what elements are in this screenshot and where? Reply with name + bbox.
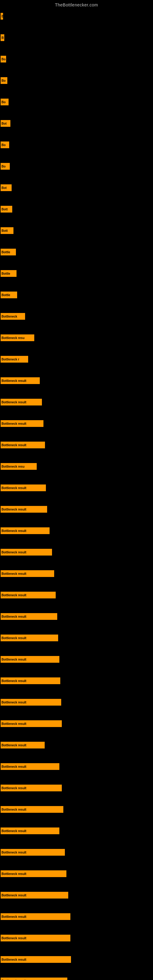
bar-label: Bottleneck result xyxy=(1,870,66,877)
bar-row: Bo xyxy=(0,76,153,85)
bar-row: Bo xyxy=(0,54,153,64)
bar-label: Bottleneck result xyxy=(1,570,54,577)
bar-row: B xyxy=(0,33,153,42)
bar-label: Bottleneck result xyxy=(1,849,65,856)
bar-label: Bottleneck result xyxy=(1,399,42,406)
bar-row: B xyxy=(0,12,153,21)
bar-label: Bot xyxy=(1,185,12,191)
bar-row: Bottle xyxy=(0,247,153,257)
bar-label: Bottleneck result xyxy=(1,377,40,384)
bar-label: B xyxy=(1,13,3,20)
bar-label: B xyxy=(1,34,4,41)
bar-row: Bottleneck result xyxy=(0,419,153,428)
bar-label: Bottleneck result xyxy=(1,506,47,513)
bar-row: Bottleneck resu xyxy=(0,333,153,342)
bar-row: Bottleneck r xyxy=(0,355,153,364)
bar-row: Bottle xyxy=(0,269,153,278)
bar-row: Bo xyxy=(0,162,153,171)
bar-row: Bottleneck resu xyxy=(0,462,153,471)
bar-row: Bottleneck result xyxy=(0,655,153,664)
bar-row: Bottleneck result xyxy=(0,976,153,980)
bar-label: Bottleneck result xyxy=(1,549,52,555)
bar-label: Bottleneck result xyxy=(1,892,68,899)
bar-row: Bo xyxy=(0,97,153,107)
bar-label: Bottleneck result xyxy=(1,784,62,791)
bar-row: Bot xyxy=(0,183,153,192)
bar-row: Bottleneck result xyxy=(0,547,153,557)
bar-row: Bottleneck result xyxy=(0,698,153,707)
bar-label: Bottleneck resu xyxy=(1,463,37,470)
bar-label: Bottleneck result xyxy=(1,613,57,620)
bar-row: Bottleneck result xyxy=(0,569,153,578)
bar-row: Bottleneck result xyxy=(0,483,153,492)
bar-label: Bottleneck r xyxy=(1,356,28,363)
bar-row: Bo xyxy=(0,140,153,150)
bar-label: Bo xyxy=(1,99,9,105)
bar-row: Bottleneck result xyxy=(0,934,153,943)
bar-row: Bottleneck result xyxy=(0,612,153,621)
bar-row: Bottleneck result xyxy=(0,505,153,514)
bar-label: Bottleneck result xyxy=(1,720,62,727)
bar-row: Bottleneck result xyxy=(0,869,153,878)
bar-row: Bottleneck result xyxy=(0,826,153,835)
bar-label: Bottleneck result xyxy=(1,763,59,770)
bar-row: Bottleneck result xyxy=(0,891,153,900)
bar-row: Bott xyxy=(0,226,153,235)
bar-label: Bo xyxy=(1,56,6,62)
bar-row: Bottleneck result xyxy=(0,805,153,814)
bar-label: Bottleneck result xyxy=(1,420,43,427)
bar-row: Bottleneck result xyxy=(0,590,153,600)
bar-row: Bot xyxy=(0,119,153,128)
bar-label: Bottle xyxy=(1,291,17,298)
bar-row: Bottleneck result xyxy=(0,955,153,964)
bar-label: Bott xyxy=(1,227,13,234)
bar-label: Bottleneck result xyxy=(1,485,46,491)
bar-label: Bottleneck result xyxy=(1,935,70,942)
bar-label: Bottleneck result xyxy=(1,978,67,980)
bar-row: Bottle xyxy=(0,290,153,299)
bar-label: Bottleneck result xyxy=(1,442,45,449)
bar-row: Bottleneck result xyxy=(0,633,153,643)
bar-label: Bottleneck result xyxy=(1,699,61,706)
bar-row: Bottleneck result xyxy=(0,848,153,857)
bar-label: Bottleneck result xyxy=(1,656,59,663)
bar-row: Bottleneck result xyxy=(0,719,153,728)
bar-label: Bottleneck resu xyxy=(1,334,34,341)
site-title: TheBottlenecker.com xyxy=(0,0,153,9)
bar-label: Bottle xyxy=(1,270,16,277)
bar-label: Bo xyxy=(1,142,9,148)
bar-row: Bottleneck result xyxy=(0,740,153,750)
bar-label: Bo xyxy=(1,163,10,170)
bar-label: Bottleneck result xyxy=(1,956,71,963)
bar-label: Bottleneck result xyxy=(1,592,56,598)
bar-label: Bottleneck result xyxy=(1,806,63,813)
bar-row: Bottleneck result xyxy=(0,762,153,771)
bar-label: Bottleneck result xyxy=(1,827,59,834)
bar-label: Bottle xyxy=(1,249,16,255)
bars-container: BBBoBoBoBotBoBoBotBottBottBottleBottleBo… xyxy=(0,9,153,980)
bar-row: Bottleneck result xyxy=(0,441,153,450)
bar-row: Bottleneck result xyxy=(0,676,153,686)
bar-label: Bot xyxy=(1,120,10,127)
bar-label: Bottleneck result xyxy=(1,635,58,641)
bar-row: Bottleneck xyxy=(0,312,153,321)
bar-label: Bottleneck result xyxy=(1,678,60,684)
bar-label: Bottleneck xyxy=(1,313,25,320)
bar-row: Bottleneck result xyxy=(0,376,153,385)
bar-row: Bottleneck result xyxy=(0,912,153,921)
bar-row: Bottleneck result xyxy=(0,783,153,792)
bar-label: Bottleneck result xyxy=(1,742,45,748)
bar-row: Bottleneck result xyxy=(0,398,153,407)
bar-label: Bottleneck result xyxy=(1,913,70,920)
bar-label: Bott xyxy=(1,206,12,213)
bar-row: Bottleneck result xyxy=(0,526,153,535)
bar-label: Bo xyxy=(1,77,7,84)
bar-row: Bott xyxy=(0,205,153,214)
bar-label: Bottleneck result xyxy=(1,527,49,534)
